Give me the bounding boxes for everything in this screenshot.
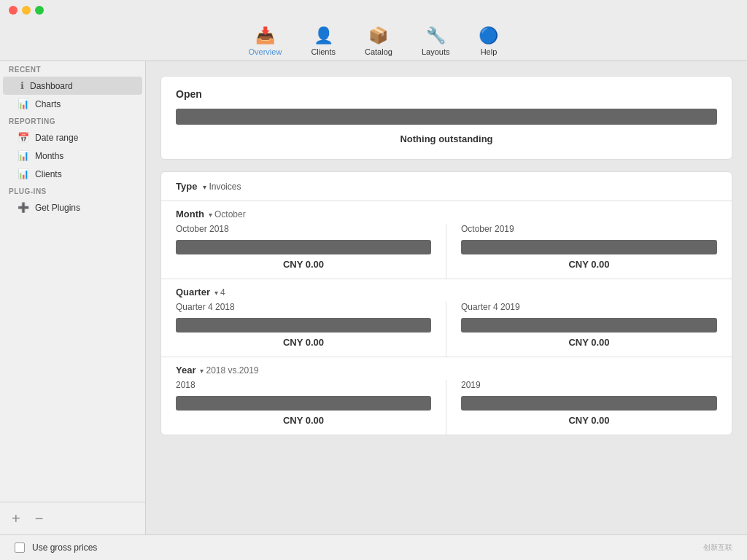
sidebar-item-charts[interactable]: 📊 Charts — [0, 95, 145, 113]
quarter-section-header: Quarter ▾4 — [161, 279, 732, 302]
type-value: Invoices — [209, 182, 241, 192]
month-col1-bar — [176, 240, 431, 254]
type-dropdown[interactable]: ▾Invoices — [203, 182, 241, 192]
sidebar-item-date-range[interactable]: 📅 Date range — [0, 128, 145, 147]
titlebar — [0, 0, 747, 20]
nav-help[interactable]: 🔵 Help — [479, 26, 498, 56]
quarter-col2-header: Quarter 4 2019 — [461, 302, 717, 312]
nav-clients[interactable]: 👤 Clients — [311, 26, 336, 56]
nav-overview[interactable]: 📥 Overview — [249, 26, 282, 56]
year-col2-header: 2019 — [461, 380, 717, 390]
month-col2: October 2019 CNY 0.00 — [446, 224, 732, 279]
month-col1-amount: CNY 0.00 — [176, 259, 431, 270]
nav-clients-label: Clients — [311, 47, 336, 56]
year-section: Year ▾2018 vs.2019 2018 CNY 0.00 2019 CN… — [161, 357, 732, 435]
overview-icon: 📥 — [255, 26, 275, 45]
nothing-outstanding-text: Nothing outstanding — [176, 131, 717, 147]
watermark: 创新互联 — [703, 542, 732, 553]
month-chevron-icon: ▾ — [209, 211, 212, 219]
month-col2-bar — [461, 240, 717, 254]
quarter-col1-header: Quarter 4 2018 — [176, 302, 431, 312]
sidebar-items: RECENT ℹ Dashboard 📊 Charts REPORTING 📅 … — [0, 61, 145, 502]
catalog-icon: 📦 — [368, 26, 388, 45]
sidebar-item-charts-label: Charts — [35, 99, 61, 109]
remove-button[interactable]: − — [35, 511, 44, 526]
month-col2-header: October 2019 — [461, 224, 717, 234]
top-navigation: 📥 Overview 👤 Clients 📦 Catalog 🔧 Layouts… — [0, 20, 747, 61]
month-label: Month — [176, 209, 204, 219]
sidebar: RECENT ℹ Dashboard 📊 Charts REPORTING 📅 … — [0, 61, 146, 534]
nav-catalog[interactable]: 📦 Catalog — [365, 26, 392, 56]
nav-layouts-label: Layouts — [422, 47, 450, 56]
reporting-section-title: REPORTING — [0, 113, 145, 128]
year-col1-header: 2018 — [176, 380, 431, 390]
sidebar-item-get-plugins[interactable]: ➕ Get Plugins — [0, 198, 145, 217]
quarter-columns: Quarter 4 2018 CNY 0.00 Quarter 4 2019 C… — [161, 302, 732, 357]
minimize-button[interactable] — [22, 6, 31, 15]
get-plugins-icon: ➕ — [18, 202, 29, 213]
month-columns: October 2018 CNY 0.00 October 2019 CNY 0… — [161, 224, 732, 279]
open-progress-bar — [176, 109, 717, 125]
year-col1: 2018 CNY 0.00 — [161, 380, 446, 435]
help-icon: 🔵 — [479, 26, 498, 45]
dashboard-icon: ℹ — [20, 80, 24, 91]
quarter-col2-bar — [461, 318, 717, 332]
open-card: Open Nothing outstanding — [160, 76, 732, 160]
months-icon: 📊 — [18, 150, 29, 161]
month-dropdown[interactable]: ▾October — [209, 209, 246, 219]
type-label: Type — [176, 181, 197, 192]
year-col1-amount: CNY 0.00 — [176, 415, 431, 426]
footer: Use gross prices 创新互联 — [0, 534, 747, 560]
main-layout: RECENT ℹ Dashboard 📊 Charts REPORTING 📅 … — [0, 61, 747, 534]
year-dropdown[interactable]: ▾2018 vs.2019 — [200, 365, 258, 376]
type-row: Type ▾Invoices — [161, 172, 732, 201]
clients-icon: 👤 — [314, 26, 333, 45]
year-col2-amount: CNY 0.00 — [461, 415, 717, 426]
gross-prices-label: Use gross prices — [32, 542, 97, 553]
quarter-col1-amount: CNY 0.00 — [176, 337, 431, 348]
quarter-col1-bar — [176, 318, 431, 332]
open-card-title: Open — [176, 88, 717, 100]
quarter-label: Quarter — [176, 287, 210, 298]
content-area: Open Nothing outstanding Type ▾Invoices … — [146, 61, 747, 534]
close-button[interactable] — [9, 6, 18, 15]
layouts-icon: 🔧 — [426, 26, 446, 45]
quarter-col2: Quarter 4 2019 CNY 0.00 — [446, 302, 732, 357]
month-section: Month ▾October October 2018 CNY 0.00 Oct… — [161, 201, 732, 279]
nav-overview-label: Overview — [249, 47, 282, 56]
sidebar-item-dashboard-label: Dashboard — [30, 81, 73, 91]
year-col2: 2019 CNY 0.00 — [446, 380, 732, 435]
sidebar-item-clients-label: Clients — [35, 169, 62, 179]
year-columns: 2018 CNY 0.00 2019 CNY 0.00 — [161, 380, 732, 435]
sidebar-item-get-plugins-label: Get Plugins — [35, 203, 80, 213]
quarter-dropdown[interactable]: ▾4 — [214, 287, 225, 298]
plugins-section-title: PLUG-INS — [0, 183, 145, 198]
gross-prices-checkbox[interactable] — [15, 542, 25, 553]
quarter-col1: Quarter 4 2018 CNY 0.00 — [161, 302, 446, 357]
type-chevron-icon: ▾ — [203, 183, 206, 191]
sidebar-item-clients[interactable]: 📊 Clients — [0, 165, 145, 183]
clients-sidebar-icon: 📊 — [18, 168, 29, 179]
year-col1-bar — [176, 396, 431, 411]
sidebar-item-dashboard[interactable]: ℹ Dashboard — [3, 77, 142, 95]
quarter-section: Quarter ▾4 Quarter 4 2018 CNY 0.00 Quart… — [161, 279, 732, 357]
sidebar-item-date-range-label: Date range — [35, 133, 78, 143]
month-col1-header: October 2018 — [176, 224, 431, 234]
sidebar-item-months[interactable]: 📊 Months — [0, 147, 145, 165]
nav-catalog-label: Catalog — [365, 47, 392, 56]
recent-section-title: RECENT — [0, 61, 145, 77]
maximize-button[interactable] — [35, 6, 44, 15]
reporting-card: Type ▾Invoices Month ▾October October 20… — [160, 171, 732, 435]
year-section-header: Year ▾2018 vs.2019 — [161, 357, 732, 380]
traffic-lights — [9, 6, 44, 15]
charts-icon: 📊 — [18, 98, 29, 109]
year-label: Year — [176, 365, 196, 376]
nav-help-label: Help — [481, 47, 498, 56]
month-section-header: Month ▾October — [161, 201, 732, 224]
quarter-chevron-icon: ▾ — [214, 289, 218, 297]
year-col2-bar — [461, 396, 717, 411]
year-chevron-icon: ▾ — [200, 367, 204, 375]
nav-layouts[interactable]: 🔧 Layouts — [422, 26, 450, 56]
add-button[interactable]: + — [12, 511, 20, 526]
month-col2-amount: CNY 0.00 — [461, 259, 717, 270]
